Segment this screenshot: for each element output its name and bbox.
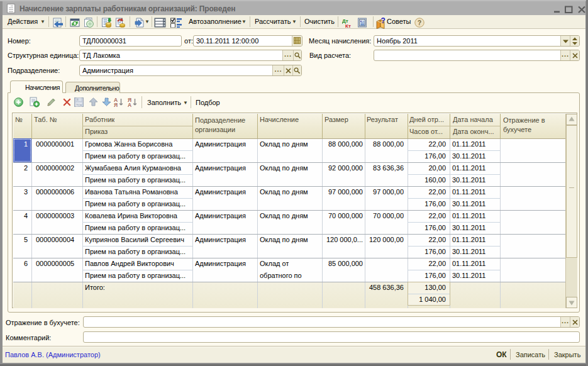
svg-text:?: ?: [418, 19, 421, 26]
svg-text:Кт: Кт: [345, 23, 351, 28]
svg-text:А: А: [128, 102, 131, 108]
svg-text:Я: Я: [114, 102, 118, 108]
svg-text:?: ?: [381, 17, 386, 25]
svg-text:ТОК: ТОК: [76, 103, 82, 107]
